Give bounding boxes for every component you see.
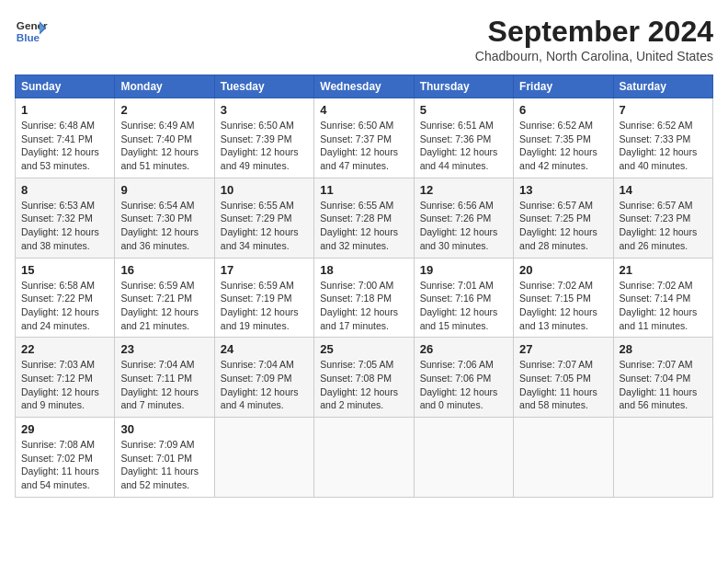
day-number: 12	[420, 183, 507, 197]
calendar-cell: 20Sunrise: 7:02 AM Sunset: 7:15 PM Dayli…	[514, 258, 613, 338]
calendar-cell: 29Sunrise: 7:08 AM Sunset: 7:02 PM Dayli…	[16, 418, 115, 498]
calendar-cell: 18Sunrise: 7:00 AM Sunset: 7:18 PM Dayli…	[314, 258, 414, 338]
day-number: 15	[21, 263, 108, 277]
logo: General Blue	[15, 15, 48, 48]
calendar-cell: 8Sunrise: 6:53 AM Sunset: 7:32 PM Daylig…	[16, 178, 115, 258]
weekday-header-sunday: Sunday	[16, 75, 115, 98]
day-info: Sunrise: 7:03 AM Sunset: 7:12 PM Dayligh…	[21, 358, 108, 412]
weekday-header-tuesday: Tuesday	[214, 75, 313, 98]
title-block: September 2024 Chadbourn, North Carolina…	[475, 15, 713, 63]
day-info: Sunrise: 6:59 AM Sunset: 7:21 PM Dayligh…	[120, 279, 208, 333]
day-number: 11	[320, 183, 407, 197]
calendar-week-row: 22Sunrise: 7:03 AM Sunset: 7:12 PM Dayli…	[16, 338, 713, 418]
calendar-cell	[314, 418, 414, 498]
calendar-cell: 11Sunrise: 6:55 AM Sunset: 7:28 PM Dayli…	[314, 178, 414, 258]
day-info: Sunrise: 7:08 AM Sunset: 7:02 PM Dayligh…	[21, 438, 108, 492]
day-number: 3	[221, 103, 308, 117]
day-info: Sunrise: 7:04 AM Sunset: 7:09 PM Dayligh…	[221, 358, 308, 412]
calendar-cell: 19Sunrise: 7:01 AM Sunset: 7:16 PM Dayli…	[414, 258, 513, 338]
logo-icon: General Blue	[15, 15, 48, 48]
day-info: Sunrise: 6:50 AM Sunset: 7:37 PM Dayligh…	[320, 119, 407, 173]
calendar-cell: 15Sunrise: 6:58 AM Sunset: 7:22 PM Dayli…	[16, 258, 115, 338]
day-info: Sunrise: 6:49 AM Sunset: 7:40 PM Dayligh…	[120, 119, 208, 173]
calendar-cell: 12Sunrise: 6:56 AM Sunset: 7:26 PM Dayli…	[414, 178, 513, 258]
day-info: Sunrise: 6:48 AM Sunset: 7:41 PM Dayligh…	[21, 119, 108, 173]
calendar-table: SundayMondayTuesdayWednesdayThursdayFrid…	[15, 75, 713, 498]
day-number: 10	[221, 183, 308, 197]
day-info: Sunrise: 6:57 AM Sunset: 7:23 PM Dayligh…	[620, 199, 707, 253]
calendar-cell: 23Sunrise: 7:04 AM Sunset: 7:11 PM Dayli…	[115, 338, 214, 418]
day-info: Sunrise: 6:52 AM Sunset: 7:35 PM Dayligh…	[519, 119, 607, 173]
day-number: 14	[620, 183, 707, 197]
day-info: Sunrise: 7:07 AM Sunset: 7:05 PM Dayligh…	[519, 358, 607, 412]
page-header: General Blue September 2024 Chadbourn, N…	[15, 15, 713, 63]
calendar-cell: 3Sunrise: 6:50 AM Sunset: 7:39 PM Daylig…	[214, 98, 313, 178]
day-number: 26	[420, 342, 507, 356]
weekday-header-friday: Friday	[514, 75, 613, 98]
day-info: Sunrise: 7:06 AM Sunset: 7:06 PM Dayligh…	[420, 358, 507, 412]
calendar-week-row: 15Sunrise: 6:58 AM Sunset: 7:22 PM Dayli…	[16, 258, 713, 338]
day-number: 5	[420, 103, 507, 117]
calendar-cell: 26Sunrise: 7:06 AM Sunset: 7:06 PM Dayli…	[414, 338, 513, 418]
calendar-week-row: 1Sunrise: 6:48 AM Sunset: 7:41 PM Daylig…	[16, 98, 713, 178]
calendar-cell: 2Sunrise: 6:49 AM Sunset: 7:40 PM Daylig…	[115, 98, 214, 178]
day-number: 27	[519, 342, 607, 356]
svg-text:Blue: Blue	[17, 31, 40, 43]
day-info: Sunrise: 6:58 AM Sunset: 7:22 PM Dayligh…	[21, 279, 108, 333]
day-info: Sunrise: 7:04 AM Sunset: 7:11 PM Dayligh…	[120, 358, 208, 412]
calendar-cell: 5Sunrise: 6:51 AM Sunset: 7:36 PM Daylig…	[414, 98, 513, 178]
day-info: Sunrise: 6:51 AM Sunset: 7:36 PM Dayligh…	[420, 119, 507, 173]
calendar-week-row: 8Sunrise: 6:53 AM Sunset: 7:32 PM Daylig…	[16, 178, 713, 258]
calendar-cell: 25Sunrise: 7:05 AM Sunset: 7:08 PM Dayli…	[314, 338, 414, 418]
weekday-header-thursday: Thursday	[414, 75, 513, 98]
calendar-cell: 27Sunrise: 7:07 AM Sunset: 7:05 PM Dayli…	[514, 338, 613, 418]
weekday-header-monday: Monday	[115, 75, 214, 98]
day-info: Sunrise: 6:50 AM Sunset: 7:39 PM Dayligh…	[221, 119, 308, 173]
calendar-cell	[514, 418, 613, 498]
calendar-cell: 28Sunrise: 7:07 AM Sunset: 7:04 PM Dayli…	[613, 338, 712, 418]
calendar-cell	[613, 418, 712, 498]
calendar-cell: 7Sunrise: 6:52 AM Sunset: 7:33 PM Daylig…	[613, 98, 712, 178]
day-number: 1	[21, 103, 108, 117]
day-number: 7	[620, 103, 707, 117]
day-info: Sunrise: 6:56 AM Sunset: 7:26 PM Dayligh…	[420, 199, 507, 253]
calendar-cell: 13Sunrise: 6:57 AM Sunset: 7:25 PM Dayli…	[514, 178, 613, 258]
calendar-cell: 24Sunrise: 7:04 AM Sunset: 7:09 PM Dayli…	[214, 338, 313, 418]
day-info: Sunrise: 6:55 AM Sunset: 7:28 PM Dayligh…	[320, 199, 407, 253]
day-info: Sunrise: 7:05 AM Sunset: 7:08 PM Dayligh…	[320, 358, 407, 412]
calendar-cell: 21Sunrise: 7:02 AM Sunset: 7:14 PM Dayli…	[613, 258, 712, 338]
calendar-cell: 14Sunrise: 6:57 AM Sunset: 7:23 PM Dayli…	[613, 178, 712, 258]
day-info: Sunrise: 6:59 AM Sunset: 7:19 PM Dayligh…	[221, 279, 308, 333]
weekday-header-saturday: Saturday	[613, 75, 712, 98]
day-info: Sunrise: 7:09 AM Sunset: 7:01 PM Dayligh…	[120, 438, 208, 492]
calendar-week-row: 29Sunrise: 7:08 AM Sunset: 7:02 PM Dayli…	[16, 418, 713, 498]
day-number: 4	[320, 103, 407, 117]
calendar-cell: 22Sunrise: 7:03 AM Sunset: 7:12 PM Dayli…	[16, 338, 115, 418]
calendar-cell: 9Sunrise: 6:54 AM Sunset: 7:30 PM Daylig…	[115, 178, 214, 258]
calendar-cell: 30Sunrise: 7:09 AM Sunset: 7:01 PM Dayli…	[115, 418, 214, 498]
calendar-cell: 17Sunrise: 6:59 AM Sunset: 7:19 PM Dayli…	[214, 258, 313, 338]
day-number: 8	[21, 183, 108, 197]
day-info: Sunrise: 6:54 AM Sunset: 7:30 PM Dayligh…	[120, 199, 208, 253]
day-number: 23	[120, 342, 208, 356]
day-number: 6	[519, 103, 607, 117]
calendar-cell: 1Sunrise: 6:48 AM Sunset: 7:41 PM Daylig…	[16, 98, 115, 178]
weekday-header-row: SundayMondayTuesdayWednesdayThursdayFrid…	[16, 75, 713, 98]
day-info: Sunrise: 6:53 AM Sunset: 7:32 PM Dayligh…	[21, 199, 108, 253]
day-number: 19	[420, 263, 507, 277]
day-number: 9	[120, 183, 208, 197]
day-number: 20	[519, 263, 607, 277]
day-number: 25	[320, 342, 407, 356]
day-info: Sunrise: 6:57 AM Sunset: 7:25 PM Dayligh…	[519, 199, 607, 253]
weekday-header-wednesday: Wednesday	[314, 75, 414, 98]
day-number: 22	[21, 342, 108, 356]
day-number: 17	[221, 263, 308, 277]
day-number: 24	[221, 342, 308, 356]
day-number: 28	[620, 342, 707, 356]
month-title: September 2024	[475, 15, 713, 49]
day-number: 13	[519, 183, 607, 197]
day-number: 21	[620, 263, 707, 277]
calendar-cell: 10Sunrise: 6:55 AM Sunset: 7:29 PM Dayli…	[214, 178, 313, 258]
day-number: 18	[320, 263, 407, 277]
location-title: Chadbourn, North Carolina, United States	[475, 49, 713, 63]
